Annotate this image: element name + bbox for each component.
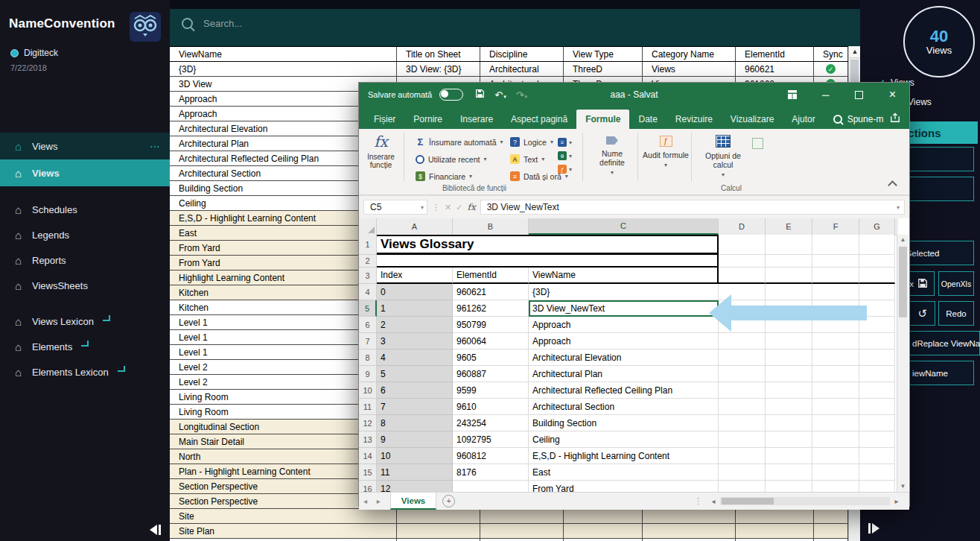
sidebar-item-legends[interactable]: ⌂Legends	[0, 222, 170, 247]
cell-c5[interactable]: 3D View_NewText	[529, 300, 719, 317]
ribbon-tab-pornire[interactable]: Pornire	[404, 110, 451, 129]
name-box[interactable]: C5▾	[363, 200, 427, 215]
ribbon-mini-lookup-icon[interactable]: ≡▾	[558, 136, 572, 149]
minimize-icon[interactable]: ─	[809, 83, 842, 107]
ribbon-tab-fi-ier[interactable]: Fișier	[365, 110, 404, 129]
row-header-4[interactable]: 4	[359, 284, 377, 300]
column-header-c[interactable]: C	[529, 218, 719, 235]
ribbon-mini-more-functions-icon[interactable]: ƒ▾	[558, 162, 572, 176]
cell-c4[interactable]: {3D}	[529, 284, 719, 300]
close-icon[interactable]: ×	[876, 83, 909, 107]
cell-b7[interactable]: 960064	[453, 333, 529, 349]
row-header-3[interactable]: 3	[359, 268, 377, 284]
cell-a14[interactable]: 10	[377, 448, 453, 464]
scroll-left-icon[interactable]: ◂	[708, 497, 719, 505]
cell-b4[interactable]: 960621	[453, 284, 529, 300]
sheet-nav-icons[interactable]: ◂ ▸	[363, 497, 384, 505]
redo-icon[interactable]: ↷▾	[516, 89, 527, 101]
cell-b8[interactable]: 9605	[453, 349, 529, 366]
collapse-ribbon-icon[interactable]	[888, 180, 897, 190]
cell-b14[interactable]: 960812	[453, 448, 529, 464]
cell-b3[interactable]: ElementId	[453, 268, 529, 284]
share-icon[interactable]	[890, 113, 900, 125]
column-header-d[interactable]: D	[719, 218, 766, 235]
ribbon-tab-revizuire[interactable]: Revizuire	[666, 110, 722, 129]
sheet-tab-views[interactable]: Views	[390, 493, 436, 510]
row-header-5[interactable]: 5	[359, 300, 377, 317]
cell-b5[interactable]: 961262	[453, 300, 529, 317]
scrollbar-thumb[interactable]	[722, 498, 774, 504]
column-header-f[interactable]: F	[812, 218, 859, 235]
formula-input[interactable]: 3D View_NewText▾	[480, 200, 905, 215]
defined-names-button[interactable]: Nume definite ▾	[589, 133, 635, 186]
ribbon-tab-formule[interactable]: Formule	[576, 110, 629, 129]
enter-icon[interactable]: ✓	[456, 203, 462, 212]
cell-b9[interactable]: 960887	[453, 366, 529, 382]
cell-c11[interactable]: Architectural Section	[529, 399, 719, 415]
cell-b13[interactable]: 1092795	[453, 431, 529, 448]
cell-a8[interactable]: 4	[377, 349, 453, 366]
scroll-up-icon[interactable]: ▲	[849, 46, 861, 58]
ribbon-button-utilizate-recent[interactable]: Utilizate recent▾	[416, 151, 503, 168]
skip-back-icon[interactable]	[150, 525, 162, 535]
row-header-8[interactable]: 8	[359, 349, 377, 366]
cell-b10[interactable]: 9599	[453, 382, 529, 399]
excel-titlebar[interactable]: Salvare automată ↶▾ ↷▾ aaa - Salvat ─ ×	[359, 83, 909, 107]
openxls-button[interactable]: OpenXls	[938, 271, 974, 296]
cell-c9[interactable]: Architectural Plan	[529, 366, 719, 382]
sidebar-item-views-lexicon[interactable]: ⌂Views Lexicon	[0, 309, 170, 334]
scroll-down-icon[interactable]: ▼	[897, 481, 909, 492]
ribbon-tab-ajutor[interactable]: Ajutor	[783, 110, 824, 129]
row-header-6[interactable]: 6	[359, 317, 377, 333]
row-header-13[interactable]: 13	[359, 431, 377, 448]
cell-a16[interactable]: 12	[377, 481, 453, 492]
scroll-up-icon[interactable]: ▲	[897, 235, 909, 245]
table-row[interactable]: {3D}3D View: {3D}ArchitecturalThreeDView…	[170, 62, 848, 77]
cell-a10[interactable]: 6	[377, 382, 453, 399]
skip-forward-icon[interactable]	[867, 523, 879, 534]
row-header-14[interactable]: 14	[359, 448, 377, 464]
formula-auditing-button[interactable]: ƒ Audit formule ▾	[643, 133, 689, 186]
cell-a15[interactable]: 11	[377, 464, 453, 481]
row-header-11[interactable]: 11	[359, 399, 377, 415]
row-header-15[interactable]: 15	[359, 464, 377, 481]
cell-a12[interactable]: 8	[377, 415, 453, 431]
layout-icon[interactable]	[775, 83, 809, 107]
sidebar-item-schedules[interactable]: ⌂Schedules	[0, 197, 170, 222]
row-header-9[interactable]: 9	[359, 366, 377, 382]
undo-icon[interactable]: ↶▾	[494, 89, 506, 101]
sheet-horizontal-scrollbar[interactable]: ⋮ ◂ ▸	[694, 496, 902, 506]
cell-b6[interactable]: 950799	[453, 317, 529, 333]
calculate-sheet-icon[interactable]	[752, 138, 763, 149]
ribbon-mini-math-icon[interactable]: θ▾	[558, 149, 572, 162]
maximize-icon[interactable]	[842, 83, 876, 107]
column-header-e[interactable]: E	[766, 218, 812, 235]
cell-c6[interactable]: Approach	[529, 317, 719, 333]
search-placeholder[interactable]: Search...	[203, 18, 242, 29]
row-header-10[interactable]: 10	[359, 382, 377, 399]
cell-b16[interactable]	[453, 481, 529, 492]
cell-c14[interactable]: E,S,D - Highlight Learning Content	[529, 448, 719, 464]
sidebar-item-elements-lexicon[interactable]: ⌂Elements Lexicon	[0, 359, 170, 385]
sidebar-item-reports[interactable]: ⌂Reports	[0, 247, 170, 273]
ribbon-tab-aspect-pagin[interactable]: Aspect pagină	[502, 110, 576, 129]
ribbon-tab-date[interactable]: Date	[629, 110, 666, 129]
cell-c8[interactable]: Architectural Elevation	[529, 349, 719, 366]
ribbon-tab-vizualizare[interactable]: Vizualizare	[722, 110, 783, 129]
cell-c13[interactable]: Ceiling	[529, 431, 719, 448]
add-sheet-icon[interactable]: +	[442, 495, 455, 507]
table-row[interactable]: Site Plan	[170, 524, 848, 539]
cell-c3[interactable]: ViewName	[529, 268, 719, 284]
cell-c7[interactable]: Approach	[529, 333, 719, 349]
row-header-7[interactable]: 7	[359, 333, 377, 349]
sidebar-item-views[interactable]: ⌂Views⋯	[0, 133, 170, 159]
scroll-right-icon[interactable]: ▸	[891, 497, 902, 505]
sidebar-item-views[interactable]: ⌂Views	[0, 159, 170, 186]
cell-a5[interactable]: 1	[377, 300, 453, 317]
insert-function-button[interactable]: fx Inserare funcție	[363, 133, 398, 186]
autosave-toggle[interactable]	[439, 89, 463, 101]
search-bar[interactable]: Search...	[182, 18, 242, 29]
cell-a9[interactable]: 5	[377, 366, 453, 382]
insert-function-icon[interactable]: fx	[467, 202, 475, 212]
column-header-b[interactable]: B	[453, 218, 529, 235]
